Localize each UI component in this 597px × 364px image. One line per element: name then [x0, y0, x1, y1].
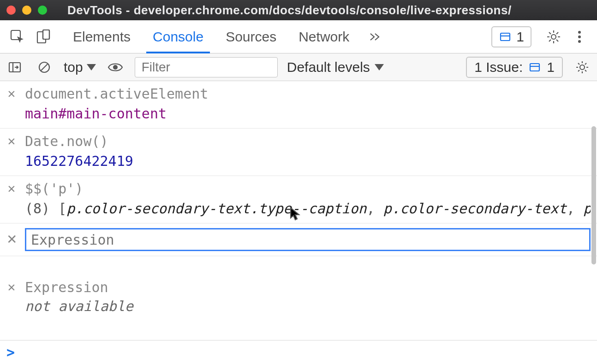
array-item: p.color-secondary-text — [383, 200, 567, 217]
tab-elements[interactable]: Elements — [62, 20, 142, 53]
tab-label: Elements — [73, 29, 131, 45]
svg-rect-2 — [43, 30, 49, 39]
tab-label: Network — [298, 29, 349, 45]
chevron-down-icon — [87, 64, 96, 70]
expression-source[interactable]: Date.now() — [25, 133, 108, 149]
main-toolbar: Elements Console Sources Network 1 — [0, 20, 597, 53]
expression-source[interactable]: document.activeElement — [25, 86, 208, 102]
panel-tabs: Elements Console Sources Network — [62, 20, 389, 53]
svg-rect-4 — [501, 33, 510, 41]
inspect-element-icon[interactable] — [6, 25, 30, 49]
expression-source[interactable]: $$('p') — [25, 181, 83, 197]
fullscreen-window-button[interactable] — [38, 6, 47, 15]
kebab-icon — [577, 29, 582, 45]
live-expression-row: ✕ document.activeElement main#main-conte… — [0, 81, 597, 129]
sidebar-icon — [7, 60, 22, 75]
filter-input[interactable] — [142, 60, 271, 75]
expression-input-wrap[interactable] — [25, 228, 591, 251]
gear-icon — [575, 60, 590, 75]
toggle-sidebar-button[interactable] — [5, 55, 25, 79]
issues-chip[interactable]: 1 — [491, 26, 531, 47]
prompt-caret-icon: > — [6, 344, 15, 360]
live-expression-row: ✕ Expression not available — [0, 276, 597, 318]
tab-label: Sources — [226, 29, 276, 45]
issues-icon — [499, 30, 512, 43]
tab-label: Console — [153, 29, 203, 45]
result-element-tag: main — [25, 106, 58, 122]
result-element-id: #main-content — [58, 106, 167, 122]
issues-inline-chip[interactable]: 1 Issue: 1 — [466, 57, 563, 78]
svg-point-11 — [113, 65, 118, 70]
expression-result[interactable]: main#main-content — [25, 106, 591, 122]
result-number: 1652276422419 — [25, 153, 133, 169]
live-expression-row: ✕ Date.now() 1652276422419 — [0, 129, 597, 176]
issues-icon — [528, 61, 541, 74]
tab-console[interactable]: Console — [142, 20, 215, 53]
svg-point-5 — [551, 35, 556, 39]
execution-context-select[interactable]: top — [64, 59, 96, 75]
remove-expression-button[interactable]: ✕ — [6, 86, 17, 101]
eye-icon — [107, 59, 124, 76]
chevron-down-icon — [375, 64, 384, 70]
remove-expression-button[interactable]: ✕ — [6, 181, 17, 196]
remove-expression-button[interactable]: ✕ — [6, 232, 17, 247]
console-prompt[interactable]: > — [0, 340, 597, 364]
settings-button[interactable] — [542, 25, 566, 49]
window-title: DevTools - developer.chrome.com/docs/dev… — [67, 3, 512, 18]
svg-point-7 — [578, 35, 581, 38]
svg-point-8 — [578, 40, 581, 43]
device-toolbar-icon[interactable] — [31, 25, 55, 49]
issues-count: 1 — [547, 59, 555, 75]
svg-rect-12 — [530, 64, 539, 71]
live-expression-row: ✕ $$('p') (8) [p.color-secondary-text.ty… — [0, 176, 597, 223]
tab-network[interactable]: Network — [287, 20, 360, 53]
expression-source[interactable]: Expression — [25, 279, 108, 295]
window-title-bar: DevTools - developer.chrome.com/docs/dev… — [0, 0, 597, 20]
tab-sources[interactable]: Sources — [215, 20, 287, 53]
expression-result[interactable]: (8) [p.color-secondary-text.type--captio… — [25, 200, 591, 217]
gear-icon — [546, 29, 561, 45]
live-expressions-area: ✕ document.activeElement main#main-conte… — [0, 81, 597, 340]
minimize-window-button[interactable] — [22, 6, 31, 15]
live-expression-editing-row: ✕ — [0, 223, 597, 256]
console-settings-button[interactable] — [572, 55, 592, 79]
expression-result[interactable]: 1652276422419 — [25, 153, 591, 169]
clear-icon — [37, 60, 52, 75]
remove-expression-button[interactable]: ✕ — [6, 279, 17, 295]
kebab-menu-button[interactable] — [567, 25, 591, 49]
more-tabs-button[interactable] — [360, 20, 389, 53]
scrollbar-thumb[interactable] — [591, 126, 596, 264]
issues-count: 1 — [516, 29, 524, 45]
svg-point-13 — [580, 65, 585, 70]
log-levels-select[interactable]: Default levels — [287, 59, 384, 75]
context-label: top — [64, 59, 83, 75]
live-expression-button[interactable] — [105, 55, 125, 79]
traffic-lights — [6, 6, 47, 15]
chevron-double-right-icon — [368, 30, 382, 44]
array-item: p — [583, 200, 591, 217]
expression-result: not available — [25, 298, 591, 314]
filter-input-wrap[interactable] — [135, 57, 278, 77]
expression-input[interactable] — [31, 232, 585, 248]
remove-expression-button[interactable]: ✕ — [6, 133, 17, 149]
clear-console-button[interactable] — [34, 55, 54, 79]
array-count: (8) — [25, 200, 50, 217]
array-item: p.color-secondary-text.type--caption — [66, 200, 366, 217]
console-toolbar: top Default levels 1 Issue: 1 — [0, 53, 597, 81]
svg-point-6 — [578, 31, 581, 34]
close-window-button[interactable] — [6, 6, 16, 15]
issues-label: 1 Issue: — [474, 59, 523, 75]
levels-label: Default levels — [287, 59, 370, 75]
